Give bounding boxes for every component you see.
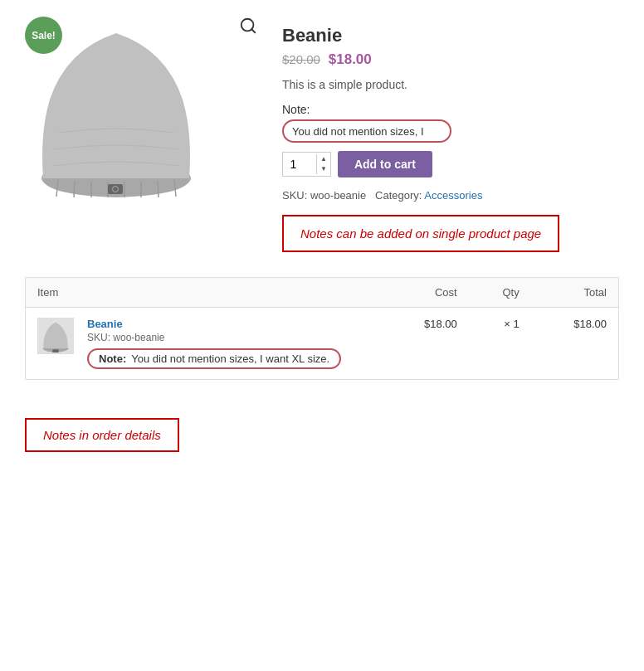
item-note-row: Note: You did not mention sizes, I want … — [87, 348, 341, 369]
product-title: Beanie — [282, 25, 619, 46]
search-icon[interactable] — [239, 17, 257, 39]
price-wrap: $20.00 $18.00 — [282, 51, 619, 68]
category-link[interactable]: Accessories — [424, 189, 482, 202]
product-details-col: Beanie $20.00 $18.00 This is a simple pr… — [282, 17, 619, 252]
item-cost: $18.00 — [381, 308, 468, 380]
col-item: Item — [26, 278, 381, 308]
col-total: Total — [531, 278, 618, 308]
page-wrapper: Sale! — [0, 0, 644, 469]
svg-rect-11 — [108, 184, 123, 194]
item-name-link[interactable]: Beanie — [87, 318, 123, 330]
col-cost: Cost — [381, 278, 468, 308]
add-to-cart-button[interactable]: Add to cart — [338, 151, 432, 177]
qty-arrows: ▲ ▼ — [316, 154, 330, 174]
product-image-col: Sale! — [25, 17, 257, 252]
table-row: Beanie SKU: woo-beanie Note: You did not… — [26, 308, 618, 380]
qty-cart-row: ▲ ▼ Add to cart — [282, 151, 619, 177]
note-input-wrap[interactable] — [282, 119, 451, 143]
quantity-input[interactable] — [283, 153, 316, 176]
col-qty: Qty — [469, 278, 531, 308]
item-thumbnail — [37, 318, 74, 354]
svg-line-4 — [74, 181, 75, 197]
svg-rect-15 — [52, 349, 59, 353]
multiply-symbol: × — [504, 318, 510, 330]
sale-badge: Sale! — [25, 17, 62, 54]
original-price: $20.00 — [282, 52, 320, 66]
product-meta: SKU: woo-beanie Category: Accessories — [282, 189, 619, 202]
qty-down-arrow[interactable]: ▼ — [317, 164, 330, 174]
item-col: Beanie SKU: woo-beanie Note: You did not… — [26, 308, 381, 380]
item-qty: × 1 — [469, 308, 531, 380]
product-section: Sale! — [25, 17, 619, 252]
product-description: This is a simple product. — [282, 78, 619, 91]
note-label: Note: — [282, 103, 619, 116]
svg-line-9 — [158, 181, 159, 197]
order-section: Item Cost Qty Total — [25, 277, 619, 380]
item-sku: SKU: woo-beanie — [87, 332, 341, 343]
svg-line-1 — [251, 29, 255, 32]
order-table: Item Cost Qty Total — [26, 278, 618, 379]
item-total: $18.00 — [531, 308, 618, 380]
category-label: Category: — [375, 189, 422, 202]
notes-callout: Notes can be added on single product pag… — [282, 215, 559, 252]
sku-value: woo-beanie — [310, 189, 366, 202]
order-notes-callout: Notes in order details — [25, 418, 179, 452]
qty-input-wrap[interactable]: ▲ ▼ — [282, 152, 331, 177]
item-note-label: Note: — [99, 353, 126, 365]
order-table-header: Item Cost Qty Total — [26, 278, 618, 308]
note-input[interactable] — [292, 125, 442, 138]
item-note-text: You did not mention sizes, I want XL siz… — [131, 353, 329, 365]
item-qty-value: 1 — [513, 318, 519, 330]
sale-price: $18.00 — [329, 51, 372, 67]
sku-label: SKU: — [282, 189, 307, 202]
item-note-oval: Note: You did not mention sizes, I want … — [87, 348, 341, 369]
qty-up-arrow[interactable]: ▲ — [317, 154, 330, 164]
